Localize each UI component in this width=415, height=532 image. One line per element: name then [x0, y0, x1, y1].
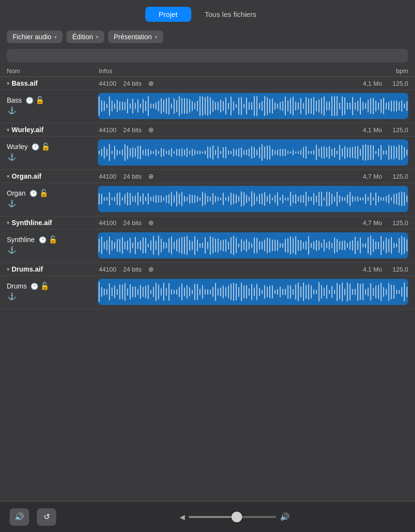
track-row-2: Organ 🕐 🔓 ⚓: [0, 183, 415, 216]
fichier-audio-label: Fichier audio: [13, 33, 51, 41]
file-size-1: 4,1 Mo: [363, 126, 382, 134]
waveform-container-1[interactable]: [98, 139, 408, 166]
dropdown-edition[interactable]: Édition ▾: [66, 30, 104, 43]
track-icons-2: 🕐 🔓: [30, 189, 48, 198]
lock-icon-0[interactable]: 🔓: [35, 96, 45, 105]
loop-button[interactable]: ↺: [37, 508, 56, 526]
clock-icon-4[interactable]: 🕐: [31, 283, 38, 290]
edition-label: Édition: [72, 33, 93, 41]
clock-icon-2[interactable]: 🕐: [30, 190, 37, 197]
track-icons-1: 🕐 🔓: [31, 142, 50, 151]
track-name-row-0: Bass 🕐 🔓: [7, 96, 94, 105]
file-bits-1: 24 bits: [123, 126, 141, 134]
file-header-1[interactable]: ▾ Wurley.aif 44100 24 bits ⊕ 4,1 Mo 125,…: [0, 123, 415, 137]
volume-slider-track[interactable]: [189, 516, 276, 518]
file-header-left-0: ▾ Bass.aif: [7, 79, 94, 87]
waveform-container-2[interactable]: [98, 186, 408, 212]
col-nom-header: Nom: [7, 67, 94, 75]
speaker-button[interactable]: 🔊: [10, 508, 29, 526]
file-bits-2: 24 bits: [123, 173, 141, 180]
file-header-0[interactable]: ▾ Bass.aif 44100 24 bits ⊕ 4,1 Mo 125,0: [0, 77, 415, 90]
clock-icon-0[interactable]: 🕐: [26, 97, 33, 104]
volume-control: ◀ 🔊: [64, 512, 405, 521]
file-size-3: 4,7 Mo: [363, 219, 382, 227]
waveform-svg-4: [98, 279, 408, 305]
file-chevron-icon-4: ▾: [7, 266, 10, 273]
waveform-container-4[interactable]: [98, 279, 408, 305]
track-left-1: Wurley 🕐 🔓 ⚓: [7, 139, 94, 161]
search-input[interactable]: [7, 49, 408, 62]
volume-high-icon: 🔊: [280, 512, 290, 521]
track-name-0: Bass: [7, 96, 22, 104]
col-infos-header: Infos: [94, 67, 382, 75]
lock-icon-4[interactable]: 🔓: [40, 282, 49, 290]
file-chevron-icon-2: ▾: [7, 173, 10, 180]
file-header-bpm-0: 125,0: [382, 80, 408, 87]
loop-icon: ↺: [44, 512, 50, 521]
file-header-name-1: Wurley.aif: [12, 126, 44, 134]
presentation-label: Présentation: [114, 33, 152, 41]
track-left-2: Organ 🕐 🔓 ⚓: [7, 186, 94, 207]
dropdown-presentation[interactable]: Présentation ▾: [108, 30, 163, 43]
file-header-infos-1: 44100 24 bits ⊕ 4,1 Mo: [94, 126, 382, 134]
waveform-container-3[interactable]: [98, 232, 408, 258]
file-header-2[interactable]: ▾ Organ.aif 44100 24 bits ⊕ 4,7 Mo 125,0: [0, 170, 415, 183]
fichier-audio-chevron-icon: ▾: [54, 34, 57, 40]
file-header-4[interactable]: ▾ Drums.aif 44100 24 bits ⊕ 4,1 Mo 125,0: [0, 263, 415, 276]
waveform-svg-1: [98, 139, 408, 166]
file-header-name-2: Organ.aif: [12, 172, 41, 180]
file-header-name-3: Synthline.aif: [12, 219, 52, 227]
track-row-4: Drums 🕐 🔓 ⚓: [0, 276, 415, 309]
stereo-icon-0: ⊕: [148, 79, 154, 87]
track-left-4: Drums 🕐 🔓 ⚓: [7, 279, 94, 300]
volume-low-icon: ◀: [180, 513, 185, 521]
file-samplerate-4: 44100: [99, 266, 116, 273]
file-chevron-icon-3: ▾: [7, 220, 10, 226]
file-header-name-4: Drums.aif: [12, 265, 43, 273]
waveform-container-0[interactable]: [98, 93, 408, 119]
file-bits-4: 24 bits: [123, 266, 141, 273]
stereo-icon-1: ⊕: [148, 126, 154, 134]
track-icons-4: 🕐 🔓: [31, 282, 49, 290]
column-headers: Nom Infos bpm: [0, 65, 415, 77]
file-header-left-3: ▾ Synthline.aif: [7, 219, 94, 227]
file-chevron-icon-1: ▾: [7, 127, 10, 133]
anchor-icon-3: ⚓: [8, 246, 94, 254]
file-chevron-icon-0: ▾: [7, 80, 10, 87]
tab-tous-fichiers[interactable]: Tous les fichiers: [191, 7, 270, 22]
volume-slider-thumb[interactable]: [231, 512, 242, 522]
track-left-3: Synthline 🕐 🔓 ⚓: [7, 232, 94, 254]
file-header-left-1: ▾ Wurley.aif: [7, 126, 94, 134]
lock-icon-2[interactable]: 🔓: [39, 189, 48, 198]
stereo-icon-3: ⊕: [148, 219, 154, 227]
clock-icon-1[interactable]: 🕐: [31, 143, 39, 151]
track-name-row-1: Wurley 🕐 🔓: [7, 142, 94, 151]
file-header-bpm-2: 125,0: [382, 173, 408, 180]
file-size-2: 4,7 Mo: [363, 173, 382, 180]
lock-icon-1[interactable]: 🔓: [41, 142, 50, 151]
lock-icon-3[interactable]: 🔓: [48, 235, 58, 244]
anchor-icon-1: ⚓: [8, 153, 94, 161]
track-name-row-2: Organ 🕐 🔓: [7, 189, 94, 198]
file-header-bpm-3: 125,0: [382, 219, 408, 227]
file-header-infos-0: 44100 24 bits ⊕ 4,1 Mo: [94, 79, 382, 87]
clock-icon-3[interactable]: 🕐: [39, 236, 46, 243]
track-name-4: Drums: [7, 282, 27, 290]
file-header-infos-4: 44100 24 bits ⊕ 4,1 Mo: [94, 265, 382, 273]
stereo-icon-4: ⊕: [148, 265, 154, 273]
file-samplerate-2: 44100: [99, 173, 116, 180]
track-name-row-4: Drums 🕐 🔓: [7, 282, 94, 290]
dropdown-fichier-audio[interactable]: Fichier audio ▾: [7, 30, 62, 43]
file-header-bpm-4: 125,0: [382, 266, 408, 273]
track-name-row-3: Synthline 🕐 🔓: [7, 235, 94, 244]
track-name-1: Wurley: [7, 143, 28, 151]
waveform-svg-0: [98, 93, 408, 119]
file-header-infos-2: 44100 24 bits ⊕ 4,7 Mo: [94, 172, 382, 180]
col-bpm-header: bpm: [382, 67, 408, 75]
track-row-1: Wurley 🕐 🔓 ⚓: [0, 137, 415, 170]
file-size-0: 4,1 Mo: [363, 80, 382, 87]
waveform-col-0: [94, 93, 408, 123]
file-header-3[interactable]: ▾ Synthline.aif 44100 24 bits ⊕ 4,7 Mo 1…: [0, 216, 415, 229]
tab-projet[interactable]: Projet: [145, 7, 191, 22]
file-samplerate-1: 44100: [99, 126, 116, 134]
